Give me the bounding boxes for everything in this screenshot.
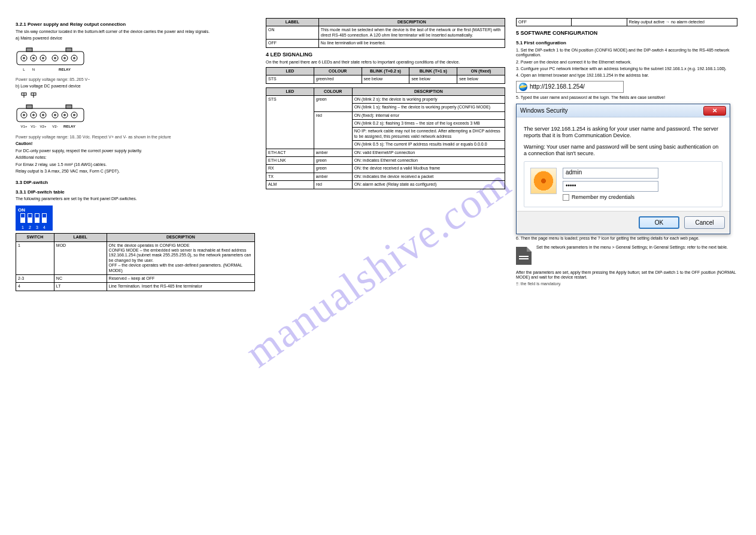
windows-security-dialog: Windows Security ✕ The server 192.168.1.…	[516, 104, 730, 234]
relay-off-table: OFF Relay output active → no alarm detec…	[516, 18, 737, 26]
close-button[interactable]: ✕	[703, 106, 726, 116]
sts-r10c2: ON: alarm active (Relay state as configu…	[352, 181, 505, 189]
caution-4: Relay output is 3 A max, 250 VAC max, Fo…	[16, 169, 255, 174]
ledc-h0: LED	[266, 67, 314, 75]
sts-r6c0: ETH ACT	[266, 149, 314, 156]
sts-r1c2: ON (blink 1 s): flashing – the device is…	[352, 104, 505, 111]
sts-r7c0: ETH LNK	[266, 157, 314, 165]
sec-3-2-1-title: 3.2.1 Power supply and Relay output conn…	[16, 22, 255, 28]
svg-text:L: L	[23, 68, 25, 71]
step-3: 3. Configure your PC network interface w…	[516, 67, 737, 71]
sw-r1c1: NC	[54, 274, 107, 282]
led-small-table: LED COLOUR BLINK (T=0.2 s) BLINK (T=1 s)…	[266, 67, 505, 84]
fig-b-label: b) Low voltage DC powered device	[16, 84, 255, 89]
svg-point-29	[23, 114, 25, 116]
sw-r0c2: ON: the device operates in CONFIG MODE C…	[107, 241, 254, 274]
cancel-button[interactable]: Cancel	[684, 216, 725, 229]
lt-r1c1: No line termination will be inserted.	[318, 40, 505, 47]
ledc-h4: ON (fixed)	[457, 67, 505, 75]
caution-1: For DC-only power supply, respect the co…	[16, 149, 255, 153]
svg-point-13	[63, 57, 66, 59]
ie-url: http://192.168.1.254/	[530, 83, 585, 90]
roff-c0: OFF	[517, 19, 572, 26]
caution-3: For Emax 2 relay, use 1.5 mm² (16 AWG) c…	[16, 162, 255, 167]
sts-r9c2: ON: indicates the device received a pack…	[352, 173, 505, 180]
svg-text:1: 1	[22, 225, 24, 229]
sec-3-3-title: 3.3 DIP-switch	[16, 180, 255, 186]
step-5: 5. Typed the user name and password at t…	[516, 95, 737, 100]
sts-r4c2: NO IP: network cable may not be connecte…	[352, 128, 505, 141]
svg-text:RELAY: RELAY	[63, 125, 75, 128]
lt-r1c0: OFF	[266, 40, 319, 47]
remember-checkbox[interactable]	[563, 194, 569, 201]
sts-r10c1: red	[314, 181, 352, 189]
sw-head-0: SWITCH	[16, 234, 54, 241]
sec-5-title: 5 SOFTWARE CONFIGURATION	[516, 30, 737, 37]
sec-4-title: 4 LED SIGNALING	[266, 52, 505, 58]
sw-r1c0: 2-3	[16, 274, 54, 282]
sw-r2c0: 4	[16, 283, 54, 291]
sts-r9c0: TX	[266, 173, 314, 180]
svg-point-30	[32, 114, 35, 116]
sts-r2c2: ON (fixed): internal error	[352, 111, 505, 119]
step-2: 2. Power on the device and connect it to…	[516, 60, 737, 65]
dialog-title: Windows Security	[520, 107, 567, 114]
sts-r5c2: ON (blink 0.5 s): The current IP address…	[352, 141, 505, 149]
sts-r7c1: green	[314, 157, 352, 165]
roff-c2: Relay output active → no alarm detected	[627, 19, 737, 26]
sw-r2c1: LT	[54, 283, 107, 291]
lt-r0c1: This mode must be selected when the devi…	[318, 26, 505, 40]
p-3-2-1: The six-way connector located in the bot…	[16, 29, 255, 34]
ledc-r0c2: see below	[362, 75, 409, 83]
led-sts-table: LED COLOUR DESCRIPTION STS green ON (bli…	[266, 87, 505, 189]
svg-text:V1+: V1+	[21, 125, 28, 128]
svg-rect-22	[66, 105, 72, 108]
remember-label: Remember my credentials	[572, 194, 634, 201]
username-input[interactable]: admin	[563, 168, 658, 179]
connector-mains-diagram: L N RELAY	[16, 43, 255, 74]
sts-h0: LED	[266, 87, 314, 95]
svg-rect-48	[35, 214, 39, 217]
sts-h1: COLOUR	[314, 87, 352, 95]
sts-r6c1: amber	[314, 149, 352, 156]
ie-address-bar[interactable]: http://192.168.1.254/	[516, 81, 624, 93]
ok-button[interactable]: OK	[639, 216, 679, 229]
svg-rect-21	[26, 105, 32, 108]
roff-c1	[572, 19, 627, 26]
sts-h2: DESCRIPTION	[352, 87, 505, 95]
sts-r10c0: ALM	[266, 181, 314, 189]
svg-text:3: 3	[36, 225, 38, 229]
svg-point-31	[42, 114, 44, 116]
svg-text:V2-: V2-	[52, 125, 57, 128]
lt-table: LABEL DESCRIPTION ON This mode must be s…	[266, 18, 505, 48]
svg-point-14	[73, 57, 75, 59]
avatar-icon	[530, 168, 557, 194]
p-3-3-1: The following parameters are set by the …	[16, 197, 255, 201]
ie-icon	[519, 83, 527, 91]
ledc-r0c4: see below	[457, 75, 505, 83]
ledc-h1: COLOUR	[314, 67, 362, 75]
svg-text:ON: ON	[18, 207, 25, 213]
svg-text:2: 2	[29, 225, 31, 229]
sts-r6c2: ON: valid Ethernet/IP connection	[352, 149, 505, 156]
svg-point-10	[32, 57, 35, 59]
svg-text:RELAY: RELAY	[59, 68, 71, 71]
ledc-r0c3: see below	[409, 75, 457, 83]
svg-text:4: 4	[43, 225, 45, 229]
sts-r2c1: red	[314, 111, 352, 149]
footnote: †: the field is mandatory.	[516, 282, 737, 286]
lt-h1: DESCRIPTION	[318, 19, 505, 26]
sw-r2c2: Line Termination. Insert the RS-485 line…	[107, 283, 254, 291]
svg-rect-49	[42, 214, 46, 217]
sts-r0c0: STS	[266, 95, 314, 149]
password-input[interactable]: •••••	[563, 181, 658, 192]
svg-point-33	[63, 114, 66, 116]
sts-r3c2: ON (blink 0.2 s): flashing 3 times – the…	[352, 120, 505, 128]
svg-text:N: N	[32, 68, 35, 71]
sw-r0c0: 1	[16, 241, 54, 274]
svg-text:V1-: V1-	[31, 125, 36, 128]
caution-title: Caution!	[16, 141, 32, 146]
sts-r9c1: amber	[314, 173, 352, 180]
svg-point-34	[73, 114, 75, 116]
sts-r8c0: RX	[266, 165, 314, 173]
